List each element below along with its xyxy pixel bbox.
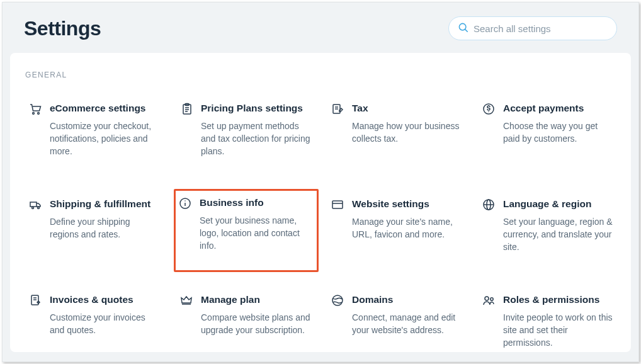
svg-line-1 [465,29,467,31]
tile-body: Pricing Plans settingsSet up payment met… [201,103,310,167]
clipboard-icon [179,103,193,117]
tile-title: Domains [352,294,462,306]
info-icon [178,197,192,211]
tile-invoices-quotes[interactable]: Invoices & quotesCustomize your invoices… [24,288,164,362]
tile-description: Set up payment methods and tax collectio… [201,120,310,158]
tile-domains[interactable]: DomainsConnect, manage and edit your web… [326,288,466,362]
people-icon [482,294,496,308]
truck-icon [28,198,42,212]
tile-description: Manage your site's name, URL, favicon an… [352,215,462,241]
tile-description: Define your shipping regions and rates. [50,215,159,241]
tile-pricing-plans-settings[interactable]: Pricing Plans settingsSet up payment met… [175,97,315,173]
general-panel: GENERAL eCommerce settingsCustomize your… [10,53,631,352]
tile-description: Set your business name, logo, location a… [200,214,312,253]
tile-description: Choose the way you get paid by customers… [503,120,613,145]
tile-tax[interactable]: TaxManage how your business collects tax… [326,97,466,173]
tile-description: Customize your checkout, notifications, … [50,120,159,158]
tile-title: eCommerce settings [50,103,159,115]
tile-website-settings[interactable]: Website settingsManage your site's name,… [326,193,466,268]
tile-accept-payments[interactable]: Accept paymentsChoose the way you get pa… [477,97,617,173]
tile-body: Accept paymentsChoose the way you get pa… [503,103,613,167]
tile-title: Invoices & quotes [50,294,159,306]
tile-description: Compare website plans and upgrade your s… [201,311,310,337]
globe2-icon [331,294,344,308]
tile-body: Website settingsManage your site's name,… [352,198,462,263]
tile-roles-permissions[interactable]: Roles & permissionsInvite people to work… [477,288,617,362]
tile-description: Connect, manage and edit your website's … [352,311,462,337]
browser-icon [331,198,344,212]
tile-body: Roles & permissionsInvite people to work… [503,294,613,358]
tile-shipping-fulfillment[interactable]: Shipping & fulfillmentDefine your shippi… [24,193,164,268]
tile-title: Roles & permissions [503,294,613,306]
tile-title: Accept payments [503,103,613,115]
tile-description: Customize your invoices and quotes. [50,311,159,337]
tile-title: Language & region [503,198,613,210]
globe-icon [482,198,496,212]
tile-title: Pricing Plans settings [201,103,310,115]
tile-title: Tax [352,103,462,115]
tile-body: Shipping & fulfillmentDefine your shippi… [50,198,159,263]
invoice-icon [28,294,42,308]
tile-ecommerce-settings[interactable]: eCommerce settingsCustomize your checkou… [24,97,164,173]
crown-icon [179,294,193,308]
settings-grid: eCommerce settingsCustomize your checkou… [24,97,617,362]
tile-manage-plan[interactable]: Manage planCompare website plans and upg… [175,288,315,362]
svg-point-0 [459,23,466,30]
page-title: Settings [24,17,101,40]
tile-body: Language & regionSet your language, regi… [503,198,613,263]
tile-body: DomainsConnect, manage and edit your web… [352,294,462,358]
settings-window: Settings GENERAL eCommerce settingsCusto… [2,2,639,362]
dollar-icon [482,103,496,117]
tile-language-region[interactable]: Language & regionSet your language, regi… [477,193,617,268]
section-label-general: GENERAL [24,71,617,79]
tile-body: TaxManage how your business collects tax… [352,103,462,167]
tile-body: Business infoSet your business name, log… [200,197,312,264]
tile-description: Manage how your business collects tax. [352,120,462,145]
tile-title: Website settings [352,198,462,210]
search-input[interactable] [474,23,608,34]
tile-title: Shipping & fulfillment [50,198,159,210]
tile-description: Invite people to work on this site and s… [503,311,613,350]
tile-body: Invoices & quotesCustomize your invoices… [50,294,159,358]
header-bar: Settings [3,3,638,53]
tile-title: Business info [200,197,312,209]
tile-title: Manage plan [201,294,310,306]
search-icon [458,22,468,35]
tile-description: Set your language, region & currency, an… [503,215,613,254]
cart-icon [28,103,42,117]
tile-body: Manage planCompare website plans and upg… [201,294,310,358]
tax-icon [331,103,344,117]
tile-business-info[interactable]: Business infoSet your business name, log… [174,189,319,272]
tile-body: eCommerce settingsCustomize your checkou… [50,103,159,167]
search-box[interactable] [448,16,617,40]
